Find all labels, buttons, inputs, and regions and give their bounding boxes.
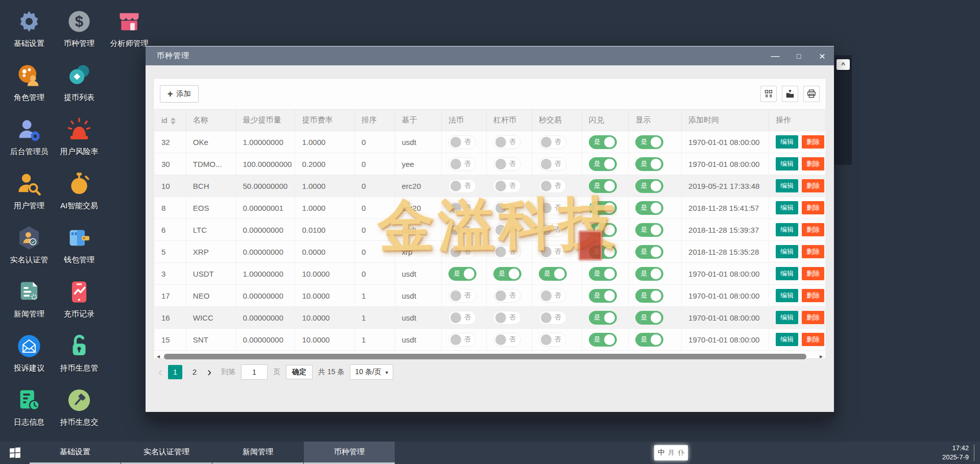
switch-fiat[interactable]: 否 [448,311,476,325]
start-button[interactable] [0,442,30,464]
desktop-icon-phone-chart[interactable]: 充币记录 [54,275,104,329]
desktop-icon-user-search[interactable]: 用户管理 [4,166,54,221]
desktop-icon-coins[interactable]: 提币列表 [54,58,104,112]
switch-show[interactable]: 是 [635,311,663,325]
desktop-icon-id-badge[interactable]: 实名认证管 [4,221,54,275]
desktop-icon-alarm[interactable]: 用户风险率 [54,112,104,166]
desktop-icon-roles[interactable]: 角色管理 [4,58,54,112]
edit-button[interactable]: 编辑 [776,245,798,258]
page-size-select[interactable]: 10 条/页 ▾ [350,364,393,380]
switch-fiat[interactable]: 是 [448,267,476,281]
switch-lever[interactable]: 否 [493,245,521,259]
switch-flash[interactable]: 是 [589,333,617,347]
switch-lever[interactable]: 否 [493,311,521,325]
taskbar-item[interactable]: 币种管理 [304,442,395,464]
switch-lever[interactable]: 是 [493,267,521,281]
edit-button[interactable]: 编辑 [776,289,798,302]
switch-sec_trade[interactable]: 否 [539,311,566,325]
taskbar-item[interactable]: 基础设置 [30,442,121,464]
desktop-icon-lock[interactable]: 持币生息管 [54,329,104,383]
page-button-2[interactable]: 2 [187,365,202,379]
desktop-icon-mail-circle[interactable]: 投诉建议 [4,329,54,383]
desktop-icon-news-doc[interactable]: 新闻管理 [4,275,54,329]
switch-fiat[interactable]: 否 [448,179,476,193]
print-button[interactable] [803,86,820,102]
scroll-right-icon[interactable]: ▸ [818,352,825,360]
edit-button[interactable]: 编辑 [776,201,798,214]
delete-button[interactable]: 删除 [802,179,824,192]
switch-flash[interactable]: 是 [589,179,617,193]
columns-filter-button[interactable] [760,86,777,102]
edit-button[interactable]: 编辑 [776,311,798,324]
edit-button[interactable]: 编辑 [776,223,798,236]
switch-sec_trade[interactable]: 是 [539,267,567,281]
scroll-top-button[interactable]: ^ [836,59,850,70]
switch-fiat[interactable]: 否 [448,245,476,259]
delete-button[interactable]: 删除 [802,289,824,302]
confirm-button[interactable]: 确定 [286,365,313,379]
switch-lever[interactable]: 否 [493,135,521,149]
desktop-icon-stopwatch[interactable]: AI智能交易 [54,166,104,221]
maximize-button[interactable]: □ [787,46,810,65]
delete-button[interactable]: 删除 [802,157,824,170]
taskbar-clock[interactable]: 17:42 2025-7-9 [942,444,969,462]
prev-page-button[interactable]: ‹ [158,366,162,378]
switch-fiat[interactable]: 否 [448,333,476,347]
switch-show[interactable]: 是 [635,201,663,215]
switch-flash[interactable]: 是 [589,157,617,171]
switch-lever[interactable]: 否 [493,223,521,237]
switch-flash[interactable]: 是 [589,267,617,281]
taskbar-item[interactable]: 新闻管理 [212,442,303,464]
export-button[interactable] [782,86,798,102]
switch-lever[interactable]: 否 [493,201,521,215]
switch-show[interactable]: 是 [635,179,663,193]
switch-sec_trade[interactable]: 否 [539,245,566,259]
switch-fiat[interactable]: 否 [448,135,476,149]
delete-button[interactable]: 删除 [802,135,824,149]
scroll-left-icon[interactable]: ◂ [155,352,162,360]
switch-show[interactable]: 是 [635,333,663,347]
delete-button[interactable]: 删除 [802,223,824,236]
switch-show[interactable]: 是 [635,223,663,237]
delete-button[interactable]: 删除 [802,311,824,324]
switch-fiat[interactable]: 否 [448,201,476,215]
switch-sec_trade[interactable]: 否 [539,289,566,303]
switch-sec_trade[interactable]: 否 [539,333,566,347]
switch-show[interactable]: 是 [635,157,663,171]
edit-button[interactable]: 编辑 [776,157,798,170]
switch-lever[interactable]: 否 [493,289,521,303]
delete-button[interactable]: 删除 [802,267,824,280]
switch-sec_trade[interactable]: 否 [539,135,566,149]
taskbar-item[interactable]: 实名认证管理 [121,442,212,464]
switch-show[interactable]: 是 [635,135,663,149]
edit-button[interactable]: 编辑 [776,267,798,280]
desktop-icon-admin[interactable]: 后台管理员 [4,112,54,166]
delete-button[interactable]: 删除 [802,201,824,214]
switch-flash[interactable]: 是 [589,223,617,237]
delete-button[interactable]: 删除 [802,245,824,258]
desktop-icon-wallet[interactable]: 钱包管理 [54,221,104,275]
switch-flash[interactable]: 是 [589,135,617,149]
switch-lever[interactable]: 否 [493,333,521,347]
close-button[interactable]: × [810,46,834,65]
window-titlebar[interactable]: 币种管理 — □ × [146,46,834,65]
switch-flash[interactable]: 是 [589,311,617,325]
show-desktop-button[interactable] [974,445,974,461]
switch-flash[interactable]: 是 [589,201,617,215]
switch-fiat[interactable]: 否 [448,289,476,303]
edit-button[interactable]: 编辑 [776,135,798,149]
edit-button[interactable]: 编辑 [776,333,798,346]
column-header-id[interactable]: id [155,110,186,131]
switch-show[interactable]: 是 [635,267,663,281]
scrollbar-track[interactable] [162,354,818,359]
switch-lever[interactable]: 否 [493,179,521,193]
switch-sec_trade[interactable]: 否 [539,201,566,215]
add-button[interactable]: + 添加 [160,85,199,103]
switch-sec_trade[interactable]: 否 [539,223,566,237]
desktop-icon-log-doc[interactable]: 日志信息 [4,383,54,437]
switch-flash[interactable]: 是 [589,289,617,303]
page-button-1[interactable]: 1 [168,365,182,379]
switch-show[interactable]: 是 [635,289,663,303]
switch-sec_trade[interactable]: 否 [539,179,566,193]
minimize-button[interactable]: — [763,46,787,65]
